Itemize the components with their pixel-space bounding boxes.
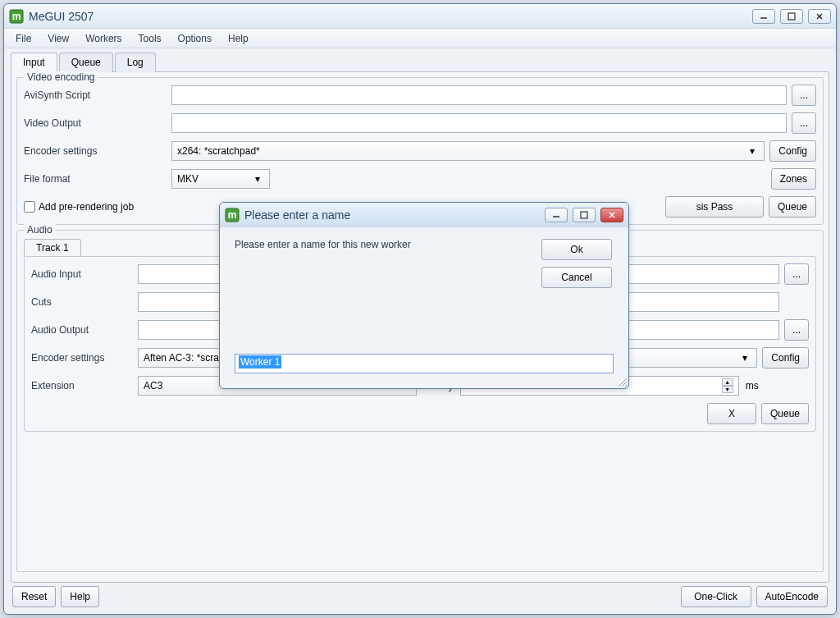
dialog-window: m Please enter a name Please enter a nam… xyxy=(219,202,629,389)
app-icon: m xyxy=(225,208,240,222)
video-queue-button[interactable]: Queue xyxy=(769,196,816,217)
svg-rect-2 xyxy=(788,13,795,20)
pre-rendering-checkbox[interactable]: Add pre-rendering job xyxy=(24,201,171,213)
dialog-window-controls xyxy=(545,208,623,222)
close-button[interactable] xyxy=(808,9,831,24)
dialog-cancel-button[interactable]: Cancel xyxy=(541,267,612,288)
ms-label: ms xyxy=(746,380,759,391)
dialog-input-value: Worker 1 xyxy=(239,355,281,369)
pre-rendering-check[interactable] xyxy=(24,201,35,213)
spin-down-icon[interactable]: ▼ xyxy=(722,386,733,393)
audio-output-label: Audio Output xyxy=(31,324,138,336)
file-format-combo[interactable]: MKV ▾ xyxy=(171,169,270,189)
app-icon: m xyxy=(9,9,24,24)
chevron-down-icon: ▾ xyxy=(746,145,759,157)
minimize-button[interactable] xyxy=(752,9,775,24)
svg-rect-5 xyxy=(581,212,587,218)
audio-encoder-label: Encoder settings xyxy=(31,352,138,364)
dialog-name-input[interactable]: Worker 1 xyxy=(235,354,614,373)
maximize-button[interactable] xyxy=(780,9,803,24)
chevron-down-icon: ▾ xyxy=(738,352,751,364)
dialog-ok-button[interactable]: Ok xyxy=(541,239,612,260)
avisynth-label: AviSynth Script xyxy=(24,89,171,101)
audio-queue-button[interactable]: Queue xyxy=(761,403,809,424)
dialog-minimize-button[interactable] xyxy=(545,208,568,222)
menu-file[interactable]: File xyxy=(7,30,39,47)
audio-input-browse-button[interactable]: ... xyxy=(784,263,809,285)
one-click-button[interactable]: One-Click xyxy=(681,586,751,607)
audio-tab-track1[interactable]: Track 1 xyxy=(24,239,81,256)
video-encoder-value: x264: *scratchpad* xyxy=(177,145,260,157)
audio-config-button[interactable]: Config xyxy=(762,347,809,369)
video-encoder-combo[interactable]: x264: *scratchpad* ▾ xyxy=(171,141,765,161)
window-controls xyxy=(752,9,831,24)
video-encoding-legend: Video encoding xyxy=(24,71,98,83)
audio-legend: Audio xyxy=(24,224,56,236)
video-output-browse-button[interactable]: ... xyxy=(792,112,816,134)
auto-encode-button[interactable]: AutoEncode xyxy=(756,586,828,607)
file-format-label: File format xyxy=(24,173,171,185)
svg-text:m: m xyxy=(12,11,21,22)
menu-options[interactable]: Options xyxy=(170,30,220,47)
svg-text:m: m xyxy=(228,209,237,221)
extension-label: Extension xyxy=(31,380,138,391)
menu-help[interactable]: Help xyxy=(220,30,257,47)
menu-workers[interactable]: Workers xyxy=(77,30,130,47)
window-title: MeGUI 2507 xyxy=(29,10,752,23)
spin-up-icon[interactable]: ▲ xyxy=(722,378,733,386)
dialog-title: Please enter a name xyxy=(244,208,545,222)
tab-input[interactable]: Input xyxy=(11,53,57,72)
video-output-input[interactable] xyxy=(171,113,787,133)
footer-row: Reset Help One-Click AutoEncode xyxy=(11,583,829,611)
dialog-body: Please enter a name for this new worker … xyxy=(220,227,628,388)
audio-output-browse-button[interactable]: ... xyxy=(784,319,809,341)
tab-queue[interactable]: Queue xyxy=(59,53,113,72)
pre-rendering-label: Add pre-rendering job xyxy=(39,201,134,213)
menu-bar: File View Workers Tools Options Help xyxy=(4,29,836,48)
video-output-label: Video Output xyxy=(24,117,171,129)
extension-value: AC3 xyxy=(144,380,162,391)
tab-log[interactable]: Log xyxy=(115,53,156,72)
audio-input-label: Audio Input xyxy=(31,268,138,280)
analysis-pass-button[interactable]: sis Pass xyxy=(665,196,764,217)
dialog-close-button[interactable] xyxy=(600,208,623,222)
dialog-maximize-button[interactable] xyxy=(573,208,596,222)
video-config-button[interactable]: Config xyxy=(769,140,816,162)
main-titlebar[interactable]: m MeGUI 2507 xyxy=(4,4,836,29)
main-tabs: Input Queue Log xyxy=(11,52,829,71)
reset-button[interactable]: Reset xyxy=(12,586,56,607)
help-button[interactable]: Help xyxy=(61,586,99,607)
dialog-titlebar[interactable]: m Please enter a name xyxy=(220,203,628,227)
cuts-label: Cuts xyxy=(31,296,138,308)
resize-grip-icon[interactable] xyxy=(617,377,627,387)
avisynth-browse-button[interactable]: ... xyxy=(792,85,816,106)
file-format-value: MKV xyxy=(177,173,199,185)
zones-button[interactable]: Zones xyxy=(771,168,816,190)
video-encoder-label: Encoder settings xyxy=(24,145,171,157)
menu-view[interactable]: View xyxy=(39,30,77,47)
avisynth-input[interactable] xyxy=(171,85,787,105)
menu-tools[interactable]: Tools xyxy=(130,30,170,47)
audio-x-button[interactable]: X xyxy=(707,403,756,424)
chevron-down-icon: ▾ xyxy=(251,173,264,185)
